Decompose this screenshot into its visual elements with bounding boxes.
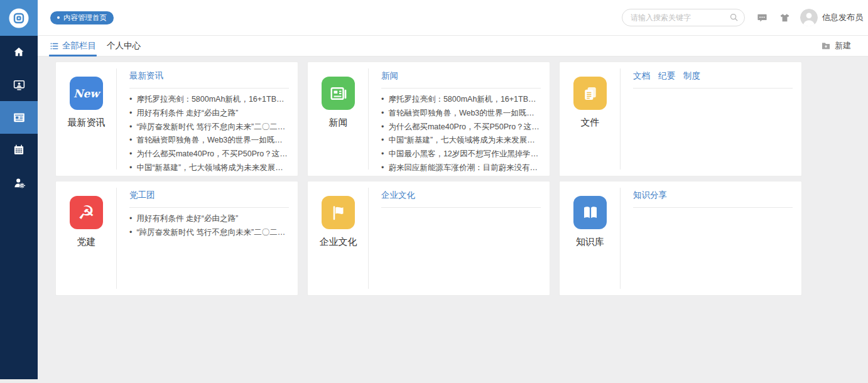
- news-list-item[interactable]: “踔厉奋发新时代 笃行不怠向未来”二〇二二年网上重...: [129, 226, 289, 240]
- card-label: 知识库: [576, 236, 604, 248]
- card-label: 党建: [77, 236, 96, 248]
- column-link[interactable]: 制度: [683, 70, 700, 82]
- card-news: 新闻 新闻 摩托罗拉亮剑：5800mAh新机，16+1TB首次上阵，42... …: [307, 62, 550, 176]
- card-corporate-culture: 企业文化 企业文化: [307, 181, 550, 296]
- column-link[interactable]: 知识分享: [633, 190, 667, 201]
- tab-personal-center[interactable]: 个人中心: [106, 36, 141, 57]
- open-book-icon[interactable]: [573, 196, 607, 229]
- home-icon: [13, 46, 25, 58]
- new-badge-icon[interactable]: New: [70, 77, 103, 110]
- app-logo-icon: [8, 8, 30, 29]
- column-link[interactable]: 党工团: [129, 190, 155, 201]
- monitor-user-icon: [13, 78, 26, 92]
- sidebar: [0, 0, 38, 379]
- news-list-item[interactable]: “踔厉奋发新时代 笃行不怠向未来”二〇二二年网上重...: [129, 121, 289, 134]
- hammer-sickle-icon[interactable]: ☭: [70, 196, 103, 229]
- new-folder-icon: [821, 41, 831, 51]
- content-area: New 最新资讯 最新资讯 摩托罗拉亮剑：5800mAh新机，16+1TB首次上…: [38, 57, 868, 383]
- column-link[interactable]: 最新资讯: [129, 70, 163, 82]
- news-list: 摩托罗拉亮剑：5800mAh新机，16+1TB首次上阵，42... 用好有利条件…: [129, 93, 289, 175]
- search-input[interactable]: [622, 9, 745, 26]
- flag-icon[interactable]: [322, 196, 355, 229]
- news-list-item[interactable]: 中国最小黑客，12岁因不想写作业黑掉学校网站: [381, 148, 541, 161]
- new-button-label: 新建: [835, 40, 851, 51]
- sidebar-item-monitor[interactable]: [0, 68, 38, 101]
- newspaper-icon[interactable]: [322, 77, 355, 110]
- message-icon: [757, 13, 768, 23]
- avatar[interactable]: [800, 9, 818, 26]
- breadcrumb-tag[interactable]: 内容管理首页: [50, 11, 114, 24]
- username[interactable]: 信息发布员: [822, 12, 863, 23]
- theme-skin-icon: [779, 13, 790, 23]
- news-list-item[interactable]: 首轮融资即独角兽，Web3的世界一如既往的不一样: [381, 107, 541, 121]
- card-grid: New 最新资讯 最新资讯 摩托罗拉亮剑：5800mAh新机，16+1TB首次上…: [55, 62, 868, 296]
- tabbar: 全部栏目 个人中心 新建: [38, 36, 868, 57]
- theme-skin-button[interactable]: [779, 13, 790, 23]
- tab-label: 个人中心: [107, 40, 141, 51]
- calendar-icon: [13, 144, 25, 156]
- card-label: 文件: [581, 117, 600, 129]
- sidebar-item-home[interactable]: [0, 36, 38, 68]
- topbar: 内容管理首页: [38, 0, 868, 36]
- news-list-item[interactable]: 中国“新基建”，七大领域将成为未来发展重点: [129, 161, 289, 175]
- new-button[interactable]: 新建: [821, 40, 851, 51]
- card-label: 新闻: [329, 117, 348, 129]
- news-list-item[interactable]: 用好有利条件 走好“必由之路”: [129, 212, 289, 226]
- card-files: 文件 文档 纪要 制度: [559, 62, 802, 176]
- card-label: 最新资讯: [68, 117, 106, 129]
- card-latest-news: New 最新资讯 最新资讯 摩托罗拉亮剑：5800mAh新机，16+1TB首次上…: [55, 62, 298, 176]
- tab-label: 全部栏目: [62, 40, 96, 51]
- card-party-building: ☭ 党建 党工团 用好有利条件 走好“必由之路” “踔厉奋发新时代 笃行不怠向未…: [55, 181, 298, 296]
- list-icon: [50, 41, 59, 51]
- news-list-item[interactable]: 中国“新基建”，七大领域将成为未来发展重点: [381, 134, 541, 148]
- documents-icon[interactable]: [573, 77, 607, 110]
- news-list-item[interactable]: 蔚来回应新能源车涨价潮：目前蔚来没有涨价打算: [381, 161, 541, 175]
- sidebar-item-user-settings[interactable]: [0, 166, 38, 199]
- news-list: 摩托罗拉亮剑：5800mAh新机，16+1TB首次上阵，42... 首轮融资即独…: [381, 93, 541, 175]
- tag-label: 内容管理首页: [63, 13, 107, 23]
- news-list-item[interactable]: 为什么都买mate40Pro，不买P50Pro？这四个理由太...: [129, 148, 289, 161]
- user-settings-icon: [13, 176, 26, 190]
- sidebar-item-content[interactable]: [0, 101, 38, 134]
- news-list-item[interactable]: 摩托罗拉亮剑：5800mAh新机，16+1TB首次上阵，42...: [381, 93, 541, 107]
- card-label: 企业文化: [320, 236, 357, 248]
- column-link[interactable]: 文档: [633, 70, 650, 82]
- sidebar-item-calendar[interactable]: [0, 134, 38, 166]
- main-area: 内容管理首页: [38, 0, 868, 383]
- news-list-item[interactable]: 摩托罗拉亮剑：5800mAh新机，16+1TB首次上阵，42...: [129, 93, 289, 107]
- news-list-item[interactable]: 为什么都买mate40Pro，不买P50Pro？这四个理由太...: [381, 121, 541, 134]
- content-news-icon: [13, 111, 26, 124]
- search-box: [622, 9, 745, 26]
- news-list-item[interactable]: 用好有利条件 走好“必由之路”: [129, 107, 289, 121]
- search-icon[interactable]: [729, 13, 739, 24]
- app-logo[interactable]: [0, 0, 38, 36]
- tab-all-columns[interactable]: 全部栏目: [49, 36, 97, 57]
- card-knowledge-base: 知识库 知识分享: [559, 181, 802, 296]
- column-link[interactable]: 企业文化: [381, 190, 415, 201]
- column-link[interactable]: 新闻: [381, 70, 398, 82]
- news-list-item[interactable]: 首轮融资即独角兽，Web3的世界一如既往的不一样: [129, 134, 289, 148]
- message-button[interactable]: [757, 13, 768, 23]
- column-link[interactable]: 纪要: [658, 70, 675, 82]
- news-list: 用好有利条件 走好“必由之路” “踔厉奋发新时代 笃行不怠向未来”二〇二二年网上…: [129, 212, 289, 240]
- tag-dot-icon: [57, 16, 60, 19]
